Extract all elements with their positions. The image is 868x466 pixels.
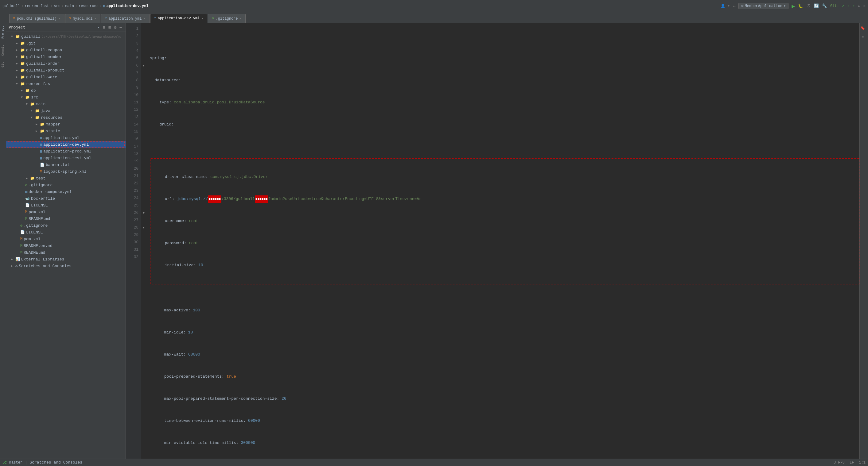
- tree-item-mapper[interactable]: ▶ 📁 mapper: [6, 121, 126, 128]
- gutter-6[interactable]: ▼: [141, 62, 146, 69]
- line-num-15: 15: [126, 128, 138, 136]
- back-icon[interactable]: ←: [733, 4, 735, 9]
- tree-item-application-prod-yml[interactable]: ▶ ▦ application-prod.yml: [6, 148, 126, 155]
- tree-item-main[interactable]: ▼ 📁 main: [6, 101, 126, 107]
- sidebar-icon-scope[interactable]: ⊞: [102, 25, 106, 30]
- editor-area: 1 2 3 4 5 6 7 8 9 10 11 12 13 14 15 16 1…: [126, 23, 868, 459]
- line-numbers: 1 2 3 4 5 6 7 8 9 10 11 12 13 14 15 16 1…: [126, 23, 141, 459]
- tree-item-static[interactable]: ▶ 📁 static: [6, 128, 126, 134]
- code-timeevict-val: 60000: [248, 417, 260, 425]
- tree-item-pom-root[interactable]: ▶ M pom.xml: [6, 236, 126, 242]
- line-num-5: 5: [126, 55, 138, 62]
- tree-item-src[interactable]: ▼ 📁 src: [6, 94, 126, 101]
- tab-close-mysql[interactable]: ✕: [95, 17, 96, 21]
- tree-item-external-libraries[interactable]: ▶ 📊 External Libraries: [6, 256, 126, 263]
- sidebar-icon-collapse[interactable]: ⊟: [107, 25, 112, 30]
- right-icon-structure[interactable]: ≡: [862, 35, 864, 40]
- tab-application-yml[interactable]: Y application.yml ✕: [101, 14, 150, 23]
- tree-item-application-yml-file[interactable]: ▶ ▦ application.yml: [6, 134, 126, 141]
- label-banner-txt: banner.txt: [46, 163, 70, 167]
- right-icon-bookmark[interactable]: 🔖: [860, 26, 865, 30]
- gutter-17: [141, 143, 146, 150]
- tree-item-logback-spring[interactable]: ▶ M logback-spring.xml: [6, 168, 126, 175]
- tab-mysql-sql[interactable]: S mysql.sql ✕: [65, 14, 100, 23]
- tree-item-gulimall-coupon[interactable]: ▶ 📁 gulimall-coupon: [6, 46, 126, 54]
- tab-application-dev-yml[interactable]: Y application-dev.yml ✕: [150, 14, 208, 23]
- tree-item-gitignore-renren[interactable]: ▶ ⚙ .gitignore: [6, 181, 126, 188]
- tree-item-db[interactable]: ▶ 📁 db: [6, 87, 126, 94]
- tree-item-scratches[interactable]: ▶ ⚙ Scratches and Consoles: [6, 263, 126, 269]
- code-editor[interactable]: spring: datasource: type: com.alibaba.dr…: [146, 23, 859, 459]
- tree-item-resources[interactable]: ▼ 📁 resources: [6, 114, 126, 121]
- git-expand[interactable]: ⊞: [858, 4, 860, 8]
- gutter-13: [141, 113, 146, 121]
- tree-item-application-test-yml[interactable]: ▶ ▦ application-test.yml: [6, 155, 126, 161]
- breadcrumb-renren-fast[interactable]: renren-fast: [25, 4, 49, 8]
- tree-item-gulimall-member[interactable]: ▶ 📁 gulimall-member: [6, 54, 126, 60]
- tree-item-docker-compose[interactable]: ▶ ▦ docker-compose.yml: [6, 188, 126, 195]
- tree-item-dockerfile[interactable]: ▶ 🐋 Dockerfile: [6, 195, 126, 202]
- tree-item-license-root[interactable]: ▶ 📄 LICENSE: [6, 229, 126, 236]
- folder-icon-mapper: 📁: [40, 122, 44, 127]
- tree-item-readme-en[interactable]: ▶ M README.en.md: [6, 242, 126, 249]
- dropdown-icon: ▾: [783, 4, 786, 8]
- tree-item-gulimall-product[interactable]: ▶ 📁 gulimall-product: [6, 67, 126, 74]
- tree-item-git[interactable]: ▶ 📁 .git: [6, 40, 126, 46]
- code-line-16: min-evictable-idle-time-millis: 300000: [150, 439, 859, 447]
- tools-btn[interactable]: 🔧: [822, 3, 827, 9]
- commit-side-icon[interactable]: Commit: [1, 45, 5, 56]
- breadcrumb-resources[interactable]: resources: [79, 4, 98, 8]
- tree-item-gitignore-root[interactable]: ▶ ⚙ .gitignore: [6, 222, 126, 229]
- code-line-4: druid:: [150, 121, 859, 128]
- tree-item-readme-root[interactable]: ▶ M README.md: [6, 249, 126, 256]
- run-btn[interactable]: ▶: [792, 3, 795, 9]
- breadcrumb-main[interactable]: main: [65, 4, 74, 8]
- gutter-11: [141, 99, 146, 106]
- tab-yaml-icon1: Y: [105, 17, 107, 20]
- git-label: Git:: [830, 4, 839, 8]
- reload-btn[interactable]: 🔄: [814, 3, 819, 9]
- folder-icon-db: 📁: [25, 88, 30, 93]
- arrow-src: ▼: [21, 96, 24, 99]
- tree-item-gulimall[interactable]: ▼ 📁 gulimall C:\Users\半旧\Desktop\wz\java…: [6, 33, 126, 40]
- member-application-btn[interactable]: ⚙ MemberApplication ▾: [738, 3, 788, 9]
- docker-icon-dockerfile: 🐋: [25, 196, 30, 201]
- gutter-26[interactable]: ▼: [141, 209, 146, 217]
- txt-icon-banner: 📄: [40, 163, 44, 167]
- tree-item-gulimall-ware[interactable]: ▶ 📁 gulimall-ware: [6, 74, 126, 80]
- sidebar-dropdown[interactable]: ▾: [98, 25, 100, 30]
- tree-item-test[interactable]: ▶ 📁 test: [6, 175, 126, 181]
- tree-item-application-dev-yml-file[interactable]: ▶ ▦ application-dev.yml: [6, 141, 126, 148]
- tree-item-gulimall-order[interactable]: ▶ 📁 gulimall-order: [6, 60, 126, 67]
- line-num-20: 20: [126, 165, 138, 172]
- debug-btn[interactable]: 🐛: [798, 3, 803, 9]
- sidebar-icon-close[interactable]: —: [119, 25, 123, 30]
- tree-item-readme-renren[interactable]: ▶ M README.md: [6, 215, 126, 222]
- git-side-icon[interactable]: Git: [1, 62, 5, 67]
- coverage-btn[interactable]: ⏱: [806, 4, 811, 9]
- tab-close-pom[interactable]: ✕: [59, 17, 61, 21]
- bottom-scratches-label[interactable]: Scratches and Consoles: [29, 460, 82, 465]
- tree-item-license-renren[interactable]: ▶ 📄 LICENSE: [6, 202, 126, 209]
- tab-close-app-dev-yml[interactable]: ✕: [202, 16, 203, 20]
- tree-item-pom-renren[interactable]: ▶ M pom.xml: [6, 209, 126, 215]
- tree-item-renren-fast[interactable]: ▼ 📁 renren-fast: [6, 80, 126, 87]
- user-icon[interactable]: 👤 ▾: [721, 4, 730, 8]
- window-close[interactable]: ✕: [863, 4, 866, 8]
- yaml-icon-prod: ▦: [40, 149, 42, 154]
- scrollbar[interactable]: [866, 23, 868, 459]
- gutter-28[interactable]: ▼: [141, 224, 146, 231]
- tab-close-gitignore[interactable]: ✕: [240, 17, 242, 21]
- tab-application-yml-label: application.yml: [109, 16, 142, 21]
- gutter-2: [141, 33, 146, 40]
- gutter-30: [141, 239, 146, 246]
- project-side-icon[interactable]: Project: [1, 26, 5, 39]
- breadcrumb-gulimall[interactable]: gulimall: [2, 4, 20, 8]
- tab-gitignore[interactable]: G .gitignore ✕: [208, 14, 245, 23]
- tab-pom-gulimall[interactable]: M pom.xml (gulimall) ✕: [9, 14, 64, 23]
- sidebar-icon-settings[interactable]: ⚙: [113, 25, 117, 30]
- breadcrumb-src[interactable]: src: [54, 4, 61, 8]
- tree-item-java[interactable]: ▶ 📁 java: [6, 107, 126, 114]
- tab-close-app-yml[interactable]: ✕: [144, 17, 146, 21]
- tree-item-banner-txt[interactable]: ▶ 📄 banner.txt: [6, 161, 126, 168]
